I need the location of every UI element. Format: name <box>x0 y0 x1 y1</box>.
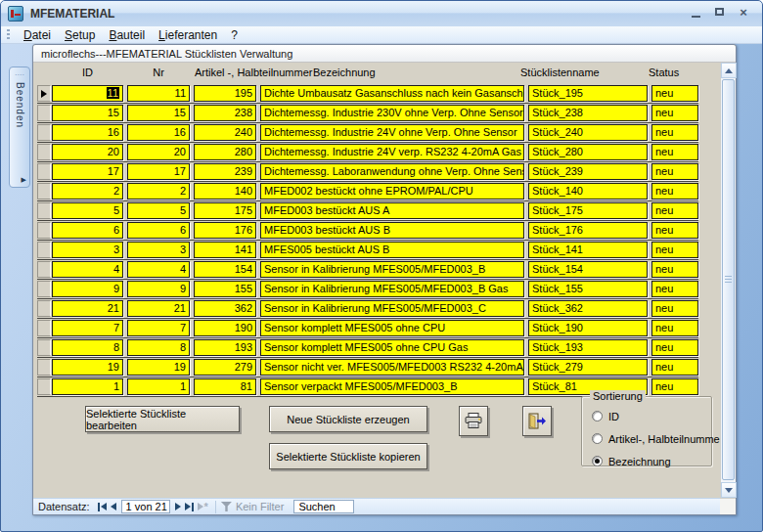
cell-stuecklistenname[interactable]: Stück_140 <box>528 183 648 200</box>
cell-nr[interactable]: 3 <box>127 242 190 258</box>
new-record-button[interactable]: * <box>198 501 208 513</box>
cell-nr[interactable]: 9 <box>127 281 190 297</box>
first-record-button[interactable] <box>98 501 107 513</box>
cell-id[interactable]: 20 <box>52 144 123 160</box>
cell-bezeichnung[interactable]: Sensor nicht ver. MFES005/MFED003 RS232 … <box>260 359 524 376</box>
cell-stuecklistenname[interactable]: Stück_193 <box>528 339 648 356</box>
cell-stuecklistenname[interactable]: Stück_240 <box>528 124 648 141</box>
cell-id[interactable]: 15 <box>52 105 123 121</box>
record-selector[interactable] <box>37 105 51 121</box>
cell-stuecklistenname[interactable]: Stück_190 <box>528 320 648 336</box>
record-selector[interactable] <box>37 320 51 336</box>
cell-id[interactable]: 7 <box>52 320 123 336</box>
cell-artikel[interactable]: 154 <box>194 261 256 278</box>
cell-bezeichnung[interactable]: Sensor komplett MFES005 ohne CPU Gas <box>260 339 524 356</box>
cell-stuecklistenname[interactable]: Stück_176 <box>528 222 648 239</box>
cell-stuecklistenname[interactable]: Stück_175 <box>528 202 648 219</box>
cell-id[interactable]: 19 <box>52 359 123 376</box>
cell-nr[interactable]: 11 <box>127 85 190 102</box>
cell-artikel[interactable]: 176 <box>194 222 256 239</box>
record-selector[interactable] <box>37 378 51 395</box>
create-stueckliste-button[interactable]: Neue Stückliste erzeugen <box>269 406 427 432</box>
cell-bezeichnung[interactable]: Dichtemessg. Industrie 230V ohne Verp. O… <box>260 105 524 121</box>
cell-stuecklistenname[interactable]: Stück_279 <box>528 359 648 376</box>
cell-artikel[interactable]: 175 <box>194 202 256 219</box>
record-selector[interactable] <box>37 281 51 297</box>
radio-selected-icon[interactable] <box>592 456 603 466</box>
cell-id[interactable]: 4 <box>52 261 123 278</box>
record-selector[interactable] <box>37 359 51 376</box>
cell-nr[interactable]: 17 <box>127 163 190 180</box>
record-selector[interactable] <box>37 222 51 239</box>
cell-nr[interactable]: 8 <box>127 339 190 356</box>
cell-bezeichnung[interactable]: Dichtemessg. Industrie 24V verp. RS232 4… <box>260 144 524 160</box>
scrollbar-thumb[interactable] <box>722 79 735 480</box>
cell-stuecklistenname[interactable]: Stück_239 <box>528 163 648 180</box>
record-selector[interactable] <box>37 183 51 200</box>
cell-artikel[interactable]: 239 <box>194 163 256 180</box>
sidebar-tab-beenden[interactable]: .... Beenden ▶ <box>9 66 30 188</box>
cell-artikel[interactable]: 240 <box>194 124 256 141</box>
cell-stuecklistenname[interactable]: Stück_154 <box>528 261 648 278</box>
cell-artikel[interactable]: 193 <box>194 339 256 356</box>
record-selector[interactable] <box>37 261 51 278</box>
cell-stuecklistenname[interactable]: Stück_238 <box>528 105 648 121</box>
maximize-icon[interactable] <box>713 7 727 19</box>
cell-status[interactable]: neu <box>651 320 698 336</box>
cell-status[interactable]: neu <box>651 222 698 239</box>
cell-id[interactable]: 16 <box>52 124 123 141</box>
cell-artikel[interactable]: 279 <box>194 359 256 376</box>
cell-status[interactable]: neu <box>651 163 698 180</box>
cell-nr[interactable]: 21 <box>127 300 190 317</box>
filter-button[interactable]: Kein Filter <box>221 501 285 512</box>
cell-id[interactable]: 1 <box>52 378 123 395</box>
cell-status[interactable]: neu <box>651 261 698 278</box>
cell-nr[interactable]: 7 <box>127 320 190 336</box>
cell-bezeichnung[interactable]: MFED003 bestückt AUS A <box>260 202 524 219</box>
cell-status[interactable]: neu <box>651 359 698 376</box>
cell-id[interactable]: 9 <box>52 281 123 297</box>
cell-nr[interactable]: 2 <box>127 183 190 200</box>
cell-bezeichnung[interactable]: Sensor komplett MFES005 ohne CPU <box>260 320 524 336</box>
cell-status[interactable]: neu <box>651 300 698 317</box>
menu-item-lieferanten[interactable]: Lieferanten <box>152 27 224 43</box>
record-selector[interactable] <box>37 242 51 258</box>
scroll-down-icon[interactable] <box>721 482 737 498</box>
cell-id[interactable]: 6 <box>52 222 123 239</box>
cell-status[interactable]: neu <box>651 202 698 219</box>
cell-artikel[interactable]: 238 <box>194 105 256 121</box>
cell-nr[interactable]: 19 <box>127 359 190 376</box>
radio-icon[interactable] <box>592 411 603 421</box>
record-selector[interactable] <box>37 339 51 356</box>
cell-stuecklistenname[interactable]: Stück_195 <box>528 85 648 102</box>
menu-item-bauteil[interactable]: Bauteil <box>102 27 152 43</box>
cell-status[interactable]: neu <box>651 124 698 141</box>
cell-artikel[interactable]: 195 <box>194 85 256 102</box>
record-selector[interactable] <box>37 163 51 180</box>
cell-artikel[interactable]: 141 <box>194 242 256 258</box>
cell-bezeichnung[interactable]: Sensor in Kalibrierung MFES005/MFED003_B <box>260 261 524 278</box>
cell-stuecklistenname[interactable]: Stück_280 <box>528 144 648 160</box>
cell-bezeichnung[interactable]: Sensor in Kalibrierung MFES005/MFED003_C <box>260 300 524 317</box>
cell-artikel[interactable]: 190 <box>194 320 256 336</box>
cell-status[interactable]: neu <box>651 242 698 258</box>
cell-bezeichnung[interactable]: Sensor verpackt MFES005/MFED003_B <box>260 378 524 395</box>
cell-artikel[interactable]: 155 <box>194 281 256 297</box>
cell-bezeichnung[interactable]: MFES005 bestückt AUS B <box>260 242 524 258</box>
cell-nr[interactable]: 16 <box>127 124 190 141</box>
cell-id[interactable]: 2 <box>52 183 123 200</box>
cell-id[interactable]: 21 <box>52 300 123 317</box>
next-record-button[interactable] <box>175 501 181 513</box>
record-selector[interactable] <box>37 124 51 141</box>
cell-id[interactable]: 5 <box>52 202 123 219</box>
cell-status[interactable]: neu <box>651 105 698 121</box>
record-selector[interactable] <box>37 300 51 317</box>
cell-artikel[interactable]: 81 <box>194 378 256 395</box>
scroll-up-icon[interactable] <box>721 63 737 78</box>
search-input[interactable] <box>293 500 354 513</box>
cell-id[interactable]: 8 <box>52 339 123 356</box>
cell-stuecklistenname[interactable]: Stück_362 <box>528 300 648 317</box>
cell-status[interactable]: neu <box>651 85 698 102</box>
menu-item-?[interactable]: ? <box>224 27 245 43</box>
menu-item-datei[interactable]: Datei <box>17 27 58 43</box>
